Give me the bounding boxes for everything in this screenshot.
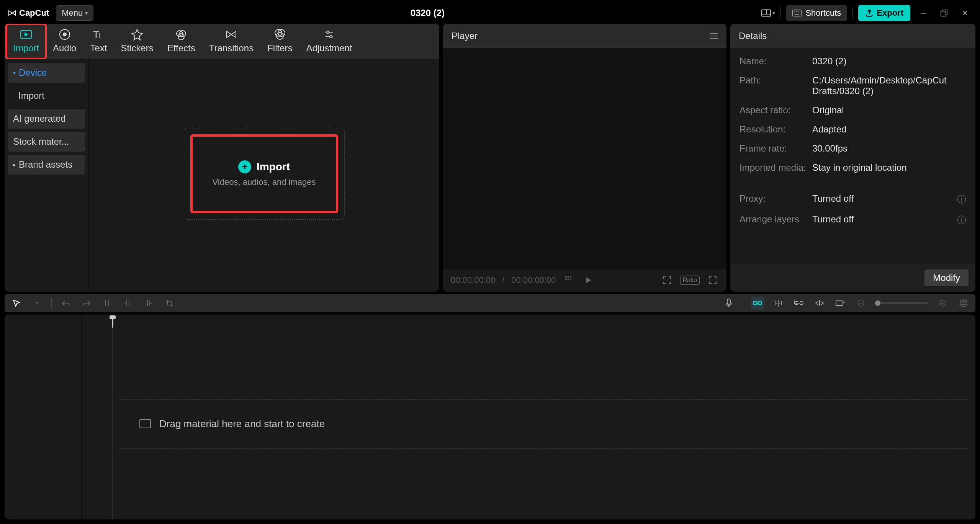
info-icon[interactable]: ⓘ [957, 214, 966, 226]
capcut-logo-icon [8, 8, 17, 18]
frame-grid-icon[interactable] [563, 274, 575, 286]
undo-button[interactable] [59, 297, 72, 310]
svg-point-13 [63, 33, 66, 36]
link-button[interactable] [792, 297, 805, 310]
svg-rect-32 [570, 279, 571, 280]
svg-point-26 [330, 36, 332, 38]
clear-button[interactable] [834, 297, 847, 310]
sidebar-item-label: Import [18, 90, 44, 101]
split-tool[interactable] [101, 297, 114, 310]
zoom-fit-button[interactable] [957, 297, 970, 310]
playhead[interactable] [112, 316, 113, 328]
player-menu-button[interactable] [710, 33, 718, 39]
export-button[interactable]: Export [858, 5, 910, 21]
triangle-right-icon: ▸ [13, 162, 16, 168]
project-title: 0320 (2) [93, 8, 761, 18]
tab-label: Text [90, 43, 107, 54]
selection-tool[interactable] [10, 297, 23, 310]
details-panel: Details Name:0320 (2) Path:C:/Users/Admi… [730, 24, 975, 292]
time-total: 00:00:00:00 [511, 275, 556, 285]
import-tab-icon [20, 28, 32, 41]
zoom-slider[interactable] [875, 302, 929, 304]
detail-row-frame-rate: Frame rate:30.00fps [739, 143, 966, 154]
magnetic-snap-button[interactable] [751, 297, 764, 310]
detail-row-proxy: Proxy:Turned offⓘ [739, 193, 966, 206]
shortcuts-button[interactable]: Shortcuts [786, 5, 847, 21]
chevron-down-icon: ▾ [772, 10, 775, 16]
sidebar-item-label: Device [19, 67, 47, 78]
maximize-button[interactable] [936, 5, 952, 21]
svg-rect-3 [793, 10, 801, 16]
media-content: + Import Videos, audios, and images [89, 59, 439, 292]
import-dropzone[interactable]: + Import Videos, audios, and images [184, 128, 345, 220]
menu-button-label: Menu [62, 8, 83, 18]
modify-button[interactable]: Modify [924, 269, 969, 286]
svg-text:T: T [93, 29, 99, 41]
preview-axis-button[interactable] [813, 297, 826, 310]
redo-button[interactable] [80, 297, 93, 310]
app-logo: CapCut [8, 8, 49, 18]
brand-text: CapCut [19, 8, 49, 18]
player-viewport[interactable] [443, 48, 726, 269]
ratio-button[interactable]: Ratio [680, 276, 700, 285]
transitions-tab-icon [225, 28, 237, 41]
detail-row-name: Name:0320 (2) [739, 56, 966, 67]
import-subtitle: Videos, audios, and images [213, 177, 316, 187]
timeline-toolbar: ▾ [5, 294, 975, 312]
auto-snap-button[interactable] [772, 297, 785, 310]
media-tabs: Import Audio TI Text Stickers Effects [5, 24, 439, 59]
svg-point-24 [327, 31, 329, 33]
zoom-out-button[interactable] [854, 297, 867, 310]
svg-point-59 [962, 302, 965, 305]
svg-point-58 [960, 300, 967, 307]
crop-tool[interactable] [163, 297, 176, 310]
minimize-button[interactable]: ─ [916, 5, 931, 21]
tab-filters[interactable]: Filters [260, 24, 299, 59]
record-voiceover-button[interactable] [722, 297, 735, 310]
detail-row-resolution: Resolution:Adapted [739, 124, 966, 135]
detail-row-aspect-ratio: Aspect ratio:Original [739, 105, 966, 116]
player-header: Player [443, 24, 726, 48]
sidebar-item-ai-generated[interactable]: AI generated [8, 109, 85, 129]
tab-label: Adjustment [306, 43, 352, 54]
sidebar-item-brand-assets[interactable]: ▸Brand assets [8, 155, 85, 175]
fullscreen-button[interactable] [707, 274, 719, 286]
svg-rect-40 [727, 299, 730, 304]
effects-tab-icon [175, 28, 187, 41]
sidebar-item-label: Brand assets [19, 159, 72, 170]
tab-stickers[interactable]: Stickers [114, 24, 160, 59]
info-icon[interactable]: ⓘ [957, 193, 966, 206]
svg-rect-28 [568, 276, 569, 278]
tab-adjustment[interactable]: Adjustment [299, 24, 359, 59]
player-header-label: Player [452, 31, 478, 41]
sidebar-item-stock-material[interactable]: Stock mater... [8, 132, 85, 152]
svg-rect-30 [565, 279, 567, 280]
menu-button[interactable]: Menu ▾ [56, 5, 93, 21]
tab-transitions[interactable]: Transitions [202, 24, 260, 59]
tab-text[interactable]: TI Text [83, 24, 114, 59]
play-button[interactable] [582, 274, 594, 286]
sidebar-item-import[interactable]: Import [8, 86, 85, 106]
split-left-tool[interactable] [121, 297, 134, 310]
details-header-label: Details [739, 31, 767, 41]
tool-dropdown[interactable]: ▾ [31, 297, 44, 310]
player-controls: 00:00:00:00 / 00:00:00:00 Ratio [443, 269, 726, 292]
tab-effects[interactable]: Effects [160, 24, 202, 59]
svg-rect-50 [836, 301, 843, 305]
keyboard-icon [792, 10, 802, 16]
detail-row-path: Path:C:/Users/Admin/Desktop/CapCut Draft… [739, 75, 966, 96]
svg-rect-41 [754, 302, 757, 305]
layout-picker-button[interactable]: ▾ [761, 6, 775, 20]
zoom-in-button[interactable] [936, 297, 949, 310]
close-button[interactable]: ✕ [957, 5, 972, 21]
timeline-panel[interactable]: Drag material here and start to create [5, 315, 975, 519]
sidebar-item-device[interactable]: ▾Device [8, 63, 85, 83]
text-tab-icon: TI [92, 28, 105, 41]
tab-import[interactable]: Import [6, 24, 46, 59]
scan-frame-icon[interactable] [661, 274, 673, 286]
sidebar-item-label: Stock mater... [13, 136, 69, 147]
svg-rect-9 [941, 11, 946, 16]
split-right-tool[interactable] [142, 297, 155, 310]
tab-audio[interactable]: Audio [46, 24, 83, 59]
stickers-tab-icon [131, 28, 143, 41]
